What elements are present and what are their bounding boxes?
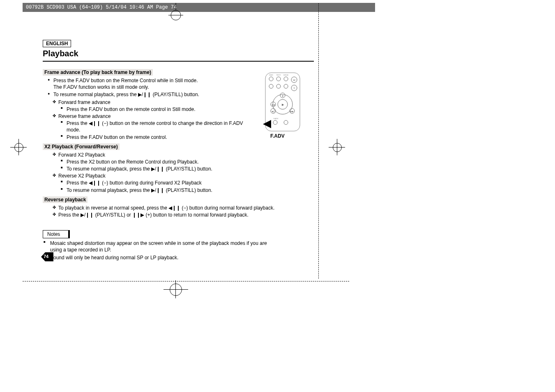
bullet-item: To playback in reverse at normal speed, … [58, 205, 288, 211]
print-header-strip: 00792B SCD903 USA (64~109) 5/14/04 10:46… [23, 3, 375, 12]
bullet-item: To resume normal playback, press the ▶/❙… [53, 91, 248, 98]
language-label: ENGLISH [43, 40, 71, 47]
bullet-item: To resume normal playback, press the ▶/❙… [67, 166, 248, 172]
section-x2-title: X2 Playback (Forward/Reverse) [43, 143, 120, 150]
bullet-item: Reverse frame advance [58, 113, 248, 120]
registration-mark-left [10, 139, 27, 155]
page-number: 74 [44, 254, 48, 259]
guide-vertical [318, 3, 319, 279]
bullet-item: Forward frame advance [58, 99, 248, 106]
bullet-item: Press the ◀❙❙ (−) button during during F… [67, 180, 248, 186]
text: Press the F.ADV button on the Remote Con… [53, 78, 198, 83]
svg-text:◀◀: ◀◀ [272, 104, 275, 106]
svg-text:START/: START/ [269, 74, 274, 76]
registration-mark-right [329, 139, 345, 155]
section-frame-advance-title: Frame advance (To play back frame by fra… [43, 69, 153, 76]
svg-text:■: ■ [282, 95, 283, 97]
crop-mark-bottom [164, 280, 188, 305]
svg-text:F.ADV: F.ADV [274, 118, 279, 120]
header-text: 00792B SCD903 USA (64~109) 5/14/04 10:46… [26, 5, 177, 10]
svg-text:W: W [293, 79, 295, 81]
page-title: Playback [43, 49, 318, 58]
bullet-item: To resume normal playback, press the ▶/❙… [67, 187, 248, 194]
text: The F.ADV function works in still mode o… [53, 84, 149, 90]
bullet-item: Press the F.ADV button on the remote con… [67, 134, 248, 141]
svg-text:◀❙: ◀❙ [272, 110, 275, 113]
section-reverse-title: Reverse playback [43, 196, 88, 203]
note-item: Sound will only be heard during normal S… [50, 254, 272, 261]
note-item: Mosaic shaped distortion may appear on t… [50, 240, 272, 253]
crop-mark-top [168, 3, 184, 23]
svg-text:T: T [293, 87, 295, 90]
bullet-item: Reverse X2 Playback [58, 173, 248, 179]
notes-label-box: Notes [43, 230, 70, 238]
bullet-item: Forward X2 Playback [58, 152, 248, 158]
remote-control-illustration: W T START/ PHOTO DISPLAY ▶ ■ ◀◀ ▶▶ ◀❙ F.… [262, 71, 303, 141]
svg-text:DISPLAY: DISPLAY [283, 74, 288, 76]
fadv-callout-label: F.ADV [270, 133, 285, 139]
bullet-item: Press the X2 button on the Remote Contro… [67, 159, 248, 165]
svg-text:PHOTO: PHOTO [276, 74, 281, 76]
svg-text:▶▶: ▶▶ [290, 110, 294, 113]
title-rule [43, 61, 314, 62]
bullet-item: Press the ◀❙❙ (−) button on the remote c… [67, 120, 248, 133]
bullet-item: Press the ▶/❙❙ (PLAY/STILL) or ❙❙▶ (+) b… [58, 212, 288, 218]
bullet-item: Press the F.ADV button on the remote con… [67, 106, 248, 113]
bullet-item: Press the F.ADV button on the Remote Con… [53, 77, 248, 90]
